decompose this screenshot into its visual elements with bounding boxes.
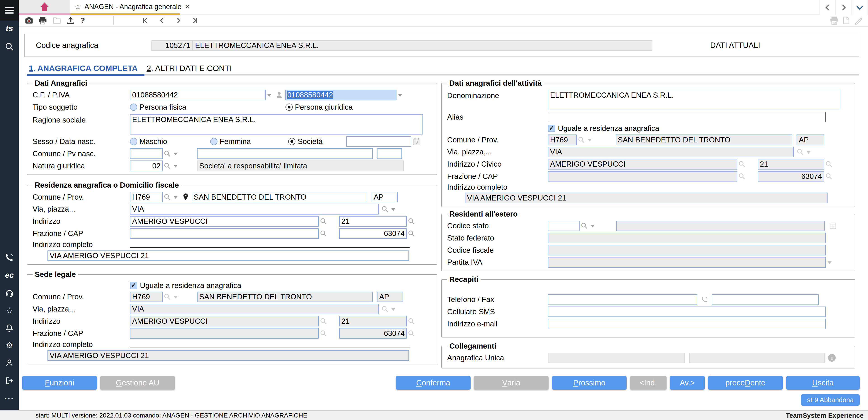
lookup-icon[interactable]: [320, 230, 327, 237]
info-icon[interactable]: i: [828, 354, 836, 362]
residenza-indirizzo-input[interactable]: AMERIGO VESPUCCI: [130, 216, 319, 227]
phone-dial-icon[interactable]: [701, 296, 708, 303]
phone-icon[interactable]: [5, 253, 14, 262]
checkbox-sede-uguale-residenza[interactable]: [130, 282, 137, 289]
cf-dropdown-icon[interactable]: [267, 94, 271, 99]
ragione-sociale-input[interactable]: ELETTROMECCANICA ENEA S.R.L.: [130, 114, 423, 135]
lookup-icon[interactable]: [164, 193, 171, 201]
more-icon[interactable]: ···: [5, 395, 14, 402]
prossimo-button[interactable]: Prossimo: [552, 376, 627, 390]
calendar-icon[interactable]: 3: [413, 138, 421, 145]
residenza-via-input[interactable]: VIA: [130, 204, 379, 214]
radio-femmina[interactable]: [210, 138, 217, 145]
indietro-button[interactable]: <Ind.: [630, 376, 666, 390]
residenza-prov-input[interactable]: AP: [372, 192, 398, 202]
uscita-button[interactable]: Uscita: [786, 376, 860, 390]
nav-next-button[interactable]: [175, 17, 182, 24]
lookup-icon[interactable]: [408, 218, 415, 225]
attivita-comune-code-input: H769: [548, 134, 577, 145]
completo-underline: [130, 247, 410, 247]
gestione-au-button[interactable]: Gestione AU: [100, 376, 175, 390]
lookup-icon[interactable]: [581, 222, 588, 230]
abbandona-button[interactable]: sF9 Abbandona: [801, 394, 860, 406]
nav-last-button[interactable]: [192, 17, 198, 24]
history-back-button[interactable]: [820, 0, 836, 15]
funzioni-button[interactable]: Funzioni: [22, 376, 97, 390]
denominazione-input[interactable]: ELETTROMECCANICA ENEA S.R.L.: [548, 90, 840, 110]
anagrafica-unica-label: Anagrafica Unica: [447, 354, 548, 362]
camera-icon[interactable]: [25, 16, 33, 25]
folder-icon[interactable]: [53, 16, 61, 25]
alias-input[interactable]: [548, 112, 826, 122]
tab-strip-empty: [180, 0, 819, 15]
checkbox-attivita-uguale-residenza[interactable]: [548, 125, 555, 132]
codice-anagrafica-value[interactable]: 105271: [151, 40, 192, 51]
map-pin-icon[interactable]: [183, 193, 188, 201]
cf-piva-secondary-input[interactable]: 01088580442: [285, 90, 397, 100]
lookup-icon[interactable]: [164, 150, 171, 157]
lookup-icon[interactable]: [164, 162, 171, 170]
data-nascita-input[interactable]: [346, 136, 411, 147]
residenza-comune-code-input[interactable]: H769: [130, 192, 162, 202]
history-forward-button[interactable]: [836, 0, 852, 15]
residenza-via-dropdown-icon[interactable]: [391, 208, 395, 213]
radio-persona-fisica[interactable]: [130, 103, 137, 111]
codice-stato-input[interactable]: [548, 221, 580, 231]
new-document-icon[interactable]: [842, 16, 850, 25]
anagen-tab[interactable]: ☆ ANAGEN - Anagrafica generale ✕: [70, 0, 180, 15]
varia-button[interactable]: Varia: [474, 376, 549, 390]
cf-piva-input[interactable]: 01088580442: [130, 90, 266, 100]
favorite-star-icon[interactable]: ☆: [75, 2, 81, 11]
nav-first-button[interactable]: [142, 17, 149, 24]
help-icon[interactable]: ?: [80, 16, 85, 25]
avanti-button[interactable]: Av.>: [670, 376, 705, 390]
comune-nasc-code-input[interactable]: [130, 148, 162, 159]
settings-gear-icon[interactable]: ⚙: [6, 341, 13, 349]
natura-giuridica-dropdown-icon[interactable]: [174, 165, 178, 170]
conferma-button[interactable]: Conferma: [396, 376, 471, 390]
lookup-icon[interactable]: [381, 206, 389, 213]
pv-nasc-input[interactable]: [377, 148, 402, 159]
comune-nasc-dropdown-icon[interactable]: [174, 153, 178, 157]
nav-prev-button[interactable]: [159, 17, 165, 24]
pdf-print-icon[interactable]: PDF: [830, 16, 839, 25]
radio-persona-giuridica[interactable]: [285, 103, 293, 111]
lookup-icon[interactable]: [320, 218, 327, 225]
comune-nasc-name-input[interactable]: [197, 148, 373, 159]
search-icon[interactable]: [5, 42, 14, 52]
residenza-comune-name-input[interactable]: SAN BENEDETTO DEL TRONTO: [192, 192, 367, 202]
logout-icon[interactable]: [5, 377, 14, 385]
codice-stato-dropdown-icon[interactable]: [591, 225, 595, 230]
cf-secondary-dropdown-icon[interactable]: [398, 94, 402, 99]
expand-chevron-button[interactable]: [852, 0, 868, 15]
headset-icon[interactable]: [5, 289, 14, 297]
email-input[interactable]: [548, 319, 826, 329]
ec-logo[interactable]: ec: [5, 271, 14, 279]
person-icon[interactable]: [275, 91, 283, 99]
lookup-icon[interactable]: [408, 230, 415, 237]
radio-maschio[interactable]: [130, 138, 137, 145]
upload-icon[interactable]: [66, 16, 75, 25]
precedente-button[interactable]: preceDente: [708, 376, 783, 390]
fax-input[interactable]: [712, 294, 819, 305]
ragione-sociale-header[interactable]: ELETTROMECCANICA ENEA S.R.L.: [192, 40, 652, 51]
residenza-civico-input[interactable]: 21: [339, 216, 407, 227]
residenza-cap-input[interactable]: 63074: [339, 228, 407, 239]
favorites-icon[interactable]: ☆: [6, 307, 13, 314]
tab-anagrafica-completa[interactable]: 1. ANAGRAFICA COMPLETA: [27, 64, 145, 76]
residenza-comune-dropdown-icon[interactable]: [174, 196, 178, 201]
menu-button[interactable]: [0, 0, 19, 21]
residenza-completo-input[interactable]: VIA AMERIGO VESPUCCI 21: [48, 250, 409, 261]
edit-pencil-icon[interactable]: [854, 16, 863, 25]
residenza-frazione-input[interactable]: [130, 228, 319, 239]
natura-giuridica-code-input[interactable]: 02: [130, 160, 162, 171]
societa-label: Società: [298, 137, 341, 146]
tab-altri-dati-e-conti[interactable]: 2. ALTRI DATI E CONTI: [145, 64, 239, 74]
radio-societa[interactable]: [288, 138, 296, 145]
notifications-bell-icon[interactable]: [5, 324, 13, 332]
user-icon[interactable]: [5, 359, 13, 367]
home-tab[interactable]: [19, 0, 70, 15]
telefono-input[interactable]: [548, 294, 698, 305]
cellulare-sms-input[interactable]: [548, 306, 826, 317]
print-icon[interactable]: [39, 16, 47, 25]
